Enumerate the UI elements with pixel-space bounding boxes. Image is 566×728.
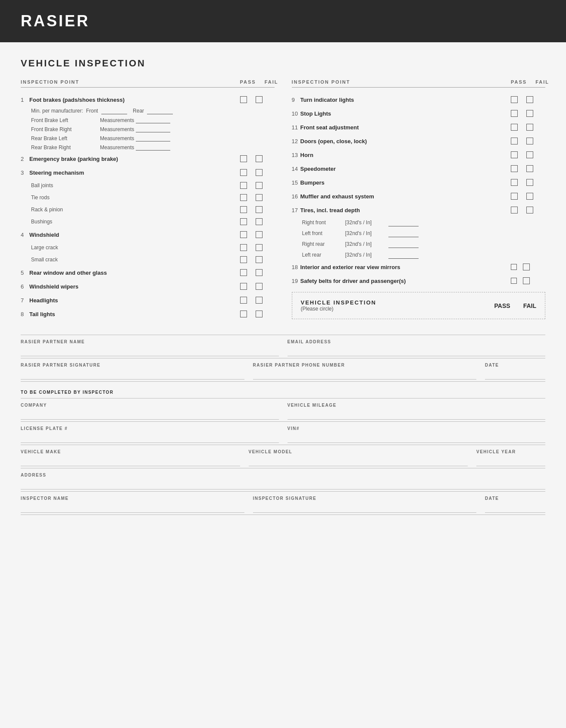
item-1: 1 Foot brakes (pads/shoes thickness) [21,93,275,107]
vin-input[interactable] [288,434,546,443]
item-10-pass-checkbox[interactable] [511,110,518,117]
item-3-bush-pass-checkbox[interactable] [240,218,247,225]
dbox-title: VEHICLE INSPECTION [301,299,486,306]
model-input[interactable] [249,458,468,466]
item-19-fail-checkbox[interactable] [523,277,530,284]
form-row-2: RASIER PARTNER SIGNATURE RASIER PARTNER … [21,358,545,382]
item-19-pass-checkbox[interactable] [511,278,517,284]
item-15-fail-checkbox[interactable] [526,179,533,186]
item-4-small-pass-checkbox[interactable] [240,256,247,263]
item-10-fail-checkbox[interactable] [526,110,533,117]
item-4: 4 Windshield [21,228,275,242]
inspector-sig-input[interactable] [253,504,477,513]
item-12-pass-checkbox[interactable] [511,138,518,144]
item-3-bush-fail-checkbox[interactable] [256,218,263,225]
partner-name-label: RASIER PARTNER NAME [21,339,279,344]
item-13: 13 Horn [292,148,546,162]
left-col-label: INSPECTION POINT [21,79,240,85]
date-input[interactable] [485,371,545,380]
partner-name-input[interactable] [21,348,279,356]
item-17-pass-checkbox[interactable] [511,207,518,213]
inspection-grid: INSPECTION POINT PASS FAIL 1 Foot brakes… [21,79,545,321]
item-4-fail-checkbox[interactable] [256,231,263,238]
item-8-pass-checkbox[interactable] [240,311,247,317]
item-16-pass-checkbox[interactable] [511,193,518,200]
item-5-fail-checkbox[interactable] [256,269,263,276]
tire-left-front: Left front [32nd's / In] [292,228,546,238]
left-fail-label: FAIL [265,79,278,85]
year-field: VEHICLE YEAR [476,449,545,466]
item-18-pass-checkbox[interactable] [511,264,517,270]
item-11-pass-checkbox[interactable] [511,124,518,131]
item-16-fail-checkbox[interactable] [526,193,533,200]
inspector-date-input[interactable] [485,504,545,513]
item-3-ball-pass-checkbox[interactable] [240,182,247,189]
item-17-fail-checkbox[interactable] [526,207,533,213]
item-9-pass-checkbox[interactable] [511,96,518,103]
item-12-fail-checkbox[interactable] [526,138,533,144]
inspector-date-label: DATE [485,496,545,501]
item-2-fail-checkbox[interactable] [256,155,263,162]
company-field: COMPANY [21,403,288,420]
item-14-pass-checkbox[interactable] [511,165,518,172]
item-8: 8 Tail lights [21,307,275,321]
license-input[interactable] [21,434,279,443]
company-input[interactable] [21,411,279,420]
mileage-input[interactable] [288,411,546,420]
item-3-rack-pass-checkbox[interactable] [240,206,247,213]
item-4-pass-checkbox[interactable] [240,231,247,238]
inspector-name-field: INSPECTOR NAME [21,496,253,513]
item-13-pass-checkbox[interactable] [511,151,518,158]
item-11-fail-checkbox[interactable] [526,124,533,131]
item-3-tie-fail-checkbox[interactable] [256,194,263,201]
item-4-large-fail-checkbox[interactable] [256,244,263,251]
item-6-pass-checkbox[interactable] [240,283,247,290]
make-input[interactable] [21,458,240,466]
item-1-front-right: Front Brake Right Measurements [21,125,275,134]
item-12: 12 Doors (open, close, lock) [292,134,546,148]
address-input[interactable] [21,481,545,490]
item-4-small-crack: Small crack [21,254,275,266]
left-pass-label: PASS [240,79,256,85]
item-1-pass-checkbox[interactable] [240,96,247,103]
item-3-pass-checkbox[interactable] [240,169,247,176]
item-3-rack-pinion: Rack & pinion [21,204,275,216]
address-label: ADDRESS [21,473,545,477]
final-pass-label: PASS [494,302,510,309]
year-input[interactable] [476,458,545,466]
form-section: RASIER PARTNER NAME EMAIL ADDRESS RASIER… [21,335,545,515]
form-row-address: ADDRESS [21,468,545,492]
signature-input[interactable] [21,371,244,380]
item-5-pass-checkbox[interactable] [240,269,247,276]
item-7-pass-checkbox[interactable] [240,297,247,304]
item-7-fail-checkbox[interactable] [256,297,263,304]
phone-input[interactable] [253,371,477,380]
item-18: 18 Interior and exterior rear view mirro… [292,260,546,274]
item-4-small-fail-checkbox[interactable] [256,256,263,263]
item-15-pass-checkbox[interactable] [511,179,518,186]
item-2-pass-checkbox[interactable] [240,155,247,162]
right-col-label: INSPECTION POINT [292,79,511,85]
email-input[interactable] [288,348,546,356]
item-1-front-left: Front Brake Left Measurements [21,116,275,125]
item-9-fail-checkbox[interactable] [526,96,533,103]
year-label: VEHICLE YEAR [476,449,545,454]
right-pass-label: PASS [511,79,527,85]
item-6-fail-checkbox[interactable] [256,283,263,290]
item-3-rack-fail-checkbox[interactable] [256,206,263,213]
item-8-fail-checkbox[interactable] [256,311,263,317]
item-3-fail-checkbox[interactable] [256,169,263,176]
model-label: VEHICLE MODEL [249,449,468,454]
item-3-tie-pass-checkbox[interactable] [240,194,247,201]
item-14-fail-checkbox[interactable] [526,165,533,172]
email-label: EMAIL ADDRESS [288,339,546,344]
item-1-fail-checkbox[interactable] [256,96,263,103]
left-col-header: INSPECTION POINT PASS FAIL [21,79,275,88]
inspector-name-input[interactable] [21,504,244,513]
item-16: 16 Muffler and exhaust system [292,189,546,203]
item-18-fail-checkbox[interactable] [523,264,530,270]
item-13-fail-checkbox[interactable] [526,151,533,158]
vin-field: VIN# [288,426,546,443]
item-4-large-pass-checkbox[interactable] [240,244,247,251]
item-3-ball-fail-checkbox[interactable] [256,182,263,189]
